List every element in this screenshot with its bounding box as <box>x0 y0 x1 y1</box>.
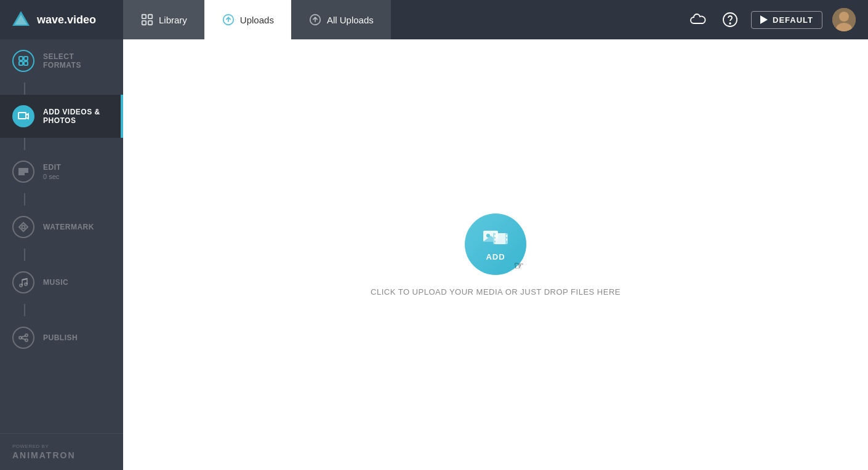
header-actions: DEFAULT <box>687 8 868 31</box>
step3-circle <box>12 161 34 183</box>
step5-info: MUSIC <box>43 278 68 287</box>
default-button[interactable]: DEFAULT <box>751 11 822 29</box>
svg-line-27 <box>22 279 27 280</box>
sidebar: SELECT FORMATS ADD VIDEOS & PHOTOS <box>0 39 123 470</box>
svg-line-31 <box>22 336 25 337</box>
tab-library-label: Library <box>159 15 187 25</box>
upload-instruction: CLICK TO UPLOAD YOUR MEDIA OR JUST DROP … <box>371 287 621 297</box>
step3-info: EDIT 0 sec <box>43 163 61 180</box>
sidebar-item-edit[interactable]: EDIT 0 sec <box>0 150 123 193</box>
step5-circle <box>12 271 34 293</box>
svg-rect-42 <box>506 235 507 237</box>
step3-sublabel: 0 sec <box>43 173 61 180</box>
all-uploads-icon <box>308 13 322 26</box>
svg-rect-40 <box>494 239 496 241</box>
svg-rect-22 <box>19 171 28 172</box>
step6-label: PUBLISH <box>43 333 78 342</box>
logo-area: wave.video <box>0 0 123 39</box>
upload-button[interactable]: ADD ☞ <box>465 213 526 275</box>
step2-label: ADD VIDEOS & PHOTOS <box>43 108 111 125</box>
svg-rect-2 <box>142 15 146 18</box>
svg-rect-5 <box>148 21 152 25</box>
step3-label: EDIT <box>43 163 61 172</box>
powered-by-section: POWERED BY ANIMATRON <box>0 433 123 470</box>
svg-marker-20 <box>26 114 28 119</box>
step1-info: SELECT FORMATS <box>43 52 111 70</box>
header: wave.video Library Uploads <box>0 0 868 39</box>
svg-rect-16 <box>24 57 28 60</box>
svg-rect-17 <box>19 62 23 65</box>
svg-point-11 <box>729 23 731 24</box>
step4-circle <box>12 216 34 238</box>
step2-circle <box>12 105 34 127</box>
content-area[interactable]: ADD ☞ CLICK TO UPLOAD YOUR MEDIA OR JUST… <box>123 39 868 470</box>
sidebar-item-publish[interactable]: PUBLISH <box>0 316 123 359</box>
step-line-4 <box>24 249 25 261</box>
help-button[interactable] <box>719 9 741 31</box>
step6-info: PUBLISH <box>43 333 78 342</box>
step1-circle <box>12 50 34 72</box>
avatar[interactable] <box>832 8 856 31</box>
svg-line-32 <box>22 338 25 340</box>
cloud-button[interactable] <box>687 9 709 31</box>
step-line-2 <box>24 138 25 150</box>
svg-point-28 <box>25 334 28 337</box>
svg-point-29 <box>25 339 28 341</box>
default-btn-label: DEFAULT <box>773 15 813 25</box>
avatar-image <box>832 8 856 31</box>
sidebar-item-select-formats[interactable]: SELECT FORMATS <box>0 39 123 82</box>
cloud-icon <box>690 14 706 26</box>
step-line-5 <box>24 304 25 316</box>
step-line-1 <box>24 82 25 95</box>
help-icon <box>722 12 738 28</box>
tab-uploads-label: Uploads <box>240 15 274 25</box>
wave-logo-icon <box>10 9 32 31</box>
step6-circle <box>12 327 34 349</box>
upload-area: ADD ☞ CLICK TO UPLOAD YOUR MEDIA OR JUST… <box>371 213 621 297</box>
sidebar-item-watermark[interactable]: WATERMARK <box>0 205 123 249</box>
animatron-label: ANIMATRON <box>12 450 111 460</box>
sidebar-item-add-videos[interactable]: ADD VIDEOS & PHOTOS <box>0 95 123 138</box>
main-layout: SELECT FORMATS ADD VIDEOS & PHOTOS <box>0 39 868 470</box>
media-icon <box>482 227 509 251</box>
tab-library[interactable]: Library <box>123 0 204 39</box>
step4-info: WATERMARK <box>43 223 94 231</box>
tab-all-uploads[interactable]: All Uploads <box>291 0 391 39</box>
cursor-icon: ☞ <box>514 259 524 273</box>
svg-rect-18 <box>24 62 28 65</box>
sidebar-item-music[interactable]: MUSIC <box>0 261 123 304</box>
upload-add-label: ADD <box>486 252 505 261</box>
logo-text: wave.video <box>37 14 96 26</box>
svg-point-30 <box>19 337 22 339</box>
step4-label: WATERMARK <box>43 223 94 231</box>
sidebar-steps: SELECT FORMATS ADD VIDEOS & PHOTOS <box>0 39 123 433</box>
svg-rect-39 <box>494 235 496 237</box>
svg-rect-41 <box>494 242 496 244</box>
step-line-3 <box>24 193 25 205</box>
play-icon <box>760 15 768 24</box>
svg-rect-21 <box>19 169 28 170</box>
svg-rect-15 <box>19 57 23 60</box>
step1-label: SELECT FORMATS <box>43 52 111 70</box>
svg-rect-3 <box>148 15 152 18</box>
svg-rect-4 <box>142 21 146 25</box>
step2-info: ADD VIDEOS & PHOTOS <box>43 108 111 125</box>
powered-label: POWERED BY <box>12 444 111 449</box>
tab-uploads[interactable]: Uploads <box>204 0 291 39</box>
svg-rect-19 <box>18 113 26 119</box>
svg-point-13 <box>839 12 849 22</box>
nav-tabs: Library Uploads All Uploads <box>123 0 687 39</box>
svg-rect-23 <box>19 173 24 175</box>
svg-rect-43 <box>506 239 507 241</box>
step5-label: MUSIC <box>43 278 68 287</box>
uploads-icon <box>222 13 235 26</box>
tab-all-uploads-label: All Uploads <box>327 15 374 25</box>
svg-point-24 <box>22 226 25 229</box>
library-icon <box>140 13 154 26</box>
